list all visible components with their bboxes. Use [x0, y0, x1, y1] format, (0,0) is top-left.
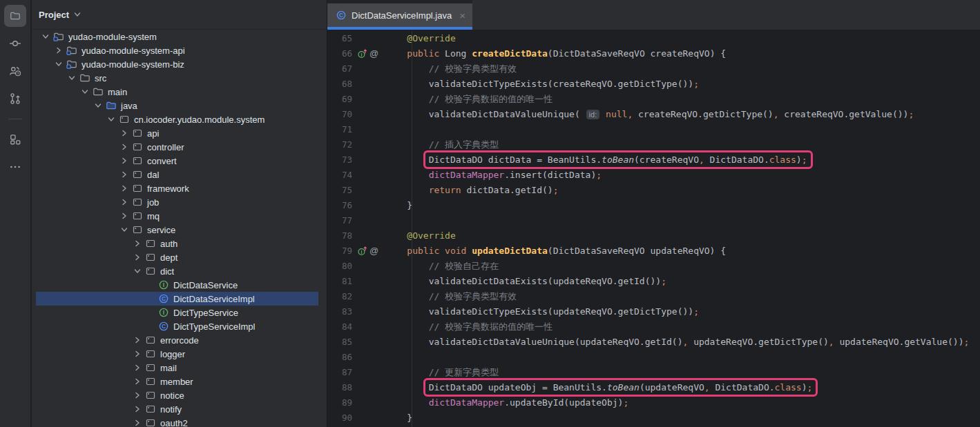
chevron-down-icon[interactable]	[119, 224, 130, 235]
code-line-text[interactable]: @Override	[385, 31, 980, 46]
tree-item-dicttypeserviceimpl[interactable]: CDictTypeServiceImpl	[32, 319, 327, 333]
tree-item-dept[interactable]: dept	[32, 250, 327, 264]
line-number[interactable]: 72	[327, 137, 352, 152]
tab-dictdataserviceimpl[interactable]: C DictDataServiceImpl.java ×	[327, 3, 472, 27]
code-line-text[interactable]: dictDataMapper.insert(dictData);	[385, 168, 980, 183]
chevron-right-icon[interactable]	[119, 169, 130, 180]
code-line-text[interactable]: validateDictDataValueUnique( id: null, c…	[385, 107, 980, 122]
tree-item-notify[interactable]: notify	[32, 402, 327, 416]
chevron-right-icon[interactable]	[119, 183, 130, 194]
line-number[interactable]: 79	[327, 244, 352, 259]
activity-pull-requests-button[interactable]	[4, 88, 26, 110]
code-line-text[interactable]: // 校验字典数据的值的唯一性	[385, 92, 980, 107]
chevron-right-icon[interactable]	[119, 155, 130, 166]
chevron-down-icon[interactable]	[93, 100, 104, 111]
activity-structure-button[interactable]	[4, 128, 26, 150]
chevron-right-icon[interactable]	[132, 417, 143, 427]
activity-commit-button[interactable]	[4, 32, 26, 54]
tree-item-auth[interactable]: auth	[32, 237, 327, 250]
line-number[interactable]: 87	[327, 365, 352, 380]
line-number[interactable]: 70	[327, 107, 352, 122]
code-line-text[interactable]: }	[385, 198, 980, 213]
line-number[interactable]: 85	[327, 335, 352, 350]
code-line-text[interactable]: // 校验字典类型有效	[385, 61, 980, 77]
chevron-right-icon[interactable]	[132, 348, 143, 359]
chevron-right-icon[interactable]	[119, 210, 130, 221]
chevron-right-icon[interactable]	[132, 362, 143, 373]
chevron-right-icon[interactable]	[53, 45, 64, 56]
chevron-right-icon[interactable]	[119, 197, 130, 208]
line-number[interactable]: 90	[327, 410, 352, 426]
tree-item-convert[interactable]: convert	[32, 154, 327, 168]
line-number[interactable]: 66	[327, 46, 352, 61]
chevron-right-icon[interactable]	[132, 390, 143, 401]
tree-item-errorcode[interactable]: errorcode	[32, 333, 327, 347]
tree-item-job[interactable]: job	[32, 195, 327, 209]
line-number[interactable]: 82	[327, 289, 352, 304]
line-number[interactable]: 76	[327, 198, 352, 213]
chevron-right-icon[interactable]	[132, 252, 143, 263]
tree-item-dict[interactable]: dict	[32, 264, 327, 278]
code-line-text[interactable]: DictDataDO dictData = BeanUtils.toBean(c…	[385, 152, 980, 168]
tree-item-yudao-module-system-biz[interactable]: yudao-module-system-biz	[32, 57, 327, 71]
tree-item-controller[interactable]: controller	[32, 140, 327, 154]
line-number[interactable]: 88	[327, 380, 352, 395]
chevron-right-icon[interactable]	[132, 335, 143, 346]
chevron-down-icon[interactable]	[40, 31, 51, 42]
chevron-right-icon[interactable]	[132, 376, 143, 387]
code-line-text[interactable]	[385, 122, 980, 137]
tree-item-cn-iocoder-yudao-module-system[interactable]: cn.iocoder.yudao.module.system	[32, 112, 327, 126]
line-number[interactable]: 69	[327, 92, 352, 107]
line-number[interactable]: 75	[327, 183, 352, 198]
activity-learn-button[interactable]: ?	[4, 60, 26, 82]
tree-item-dicttypeservice[interactable]: IDictTypeService	[32, 306, 327, 319]
chevron-down-icon[interactable]	[79, 86, 90, 97]
tree-item-logger[interactable]: logger	[32, 347, 327, 361]
project-tool-header[interactable]: Project	[32, 0, 327, 30]
line-number[interactable]: 74	[327, 168, 352, 183]
chevron-down-icon[interactable]	[53, 59, 64, 70]
activity-project-button[interactable]	[4, 5, 26, 27]
implements-icon[interactable]: I	[357, 48, 368, 59]
line-number[interactable]: 68	[327, 77, 352, 92]
code-line-text[interactable]: validateDictDataExists(updateReqVO.getId…	[385, 274, 980, 289]
code-line-text[interactable]	[385, 213, 980, 228]
close-icon[interactable]: ×	[459, 10, 465, 21]
tree-item-main[interactable]: main	[32, 85, 327, 99]
code-line-text[interactable]: DictDataDO updateObj = BeanUtils.toBean(…	[385, 380, 980, 395]
code-editor[interactable]: 65 @Override66I@ public Long createDictD…	[327, 30, 980, 427]
chevron-down-icon[interactable]	[106, 114, 117, 125]
tree-item-java[interactable]: java	[32, 99, 327, 112]
tree-item-framework[interactable]: framework	[32, 181, 327, 195]
tree-item-oauth2[interactable]: oauth2	[32, 416, 327, 427]
tree-item-dal[interactable]: dal	[32, 168, 327, 181]
code-line-text[interactable]: public Long createDictData(DictDataSaveR…	[385, 46, 980, 61]
line-number[interactable]: 84	[327, 319, 352, 335]
line-number[interactable]: 67	[327, 61, 352, 77]
tree-item-dictdataserviceimpl[interactable]: CDictDataServiceImpl	[32, 292, 327, 306]
activity-more-button[interactable]	[4, 156, 26, 178]
chevron-right-icon[interactable]	[119, 141, 130, 152]
tree-item-mail[interactable]: mail	[32, 361, 327, 375]
line-number[interactable]: 83	[327, 304, 352, 319]
chevron-down-icon[interactable]	[132, 266, 143, 277]
tree-item-mq[interactable]: mq	[32, 209, 327, 223]
line-number[interactable]: 71	[327, 122, 352, 137]
line-number[interactable]: 65	[327, 31, 352, 46]
line-number[interactable]: 86	[327, 350, 352, 365]
code-line-text[interactable]: validateDictTypeExists(createReqVO.getDi…	[385, 77, 980, 92]
code-line-text[interactable]: // 校验自己存在	[385, 259, 980, 274]
tree-item-dictdataservice[interactable]: IDictDataService	[32, 278, 327, 292]
code-line-text[interactable]: // 校验字典类型有效	[385, 289, 980, 304]
code-line-text[interactable]: @Override	[385, 228, 980, 244]
tree-item-service[interactable]: service	[32, 223, 327, 237]
tree-item-member[interactable]: member	[32, 375, 327, 388]
code-line-text[interactable]: public void updateDictData(DictDataSaveR…	[385, 244, 980, 259]
line-number[interactable]: 81	[327, 274, 352, 289]
code-line-text[interactable]: // 校验字典数据的值的唯一性	[385, 319, 980, 335]
line-number[interactable]: 78	[327, 228, 352, 244]
code-line-text[interactable]: validateDictDataValueUnique(updateReqVO.…	[385, 335, 980, 350]
annotation-icon[interactable]: @	[369, 244, 378, 259]
code-line-text[interactable]	[385, 350, 980, 365]
line-number[interactable]: 77	[327, 213, 352, 228]
